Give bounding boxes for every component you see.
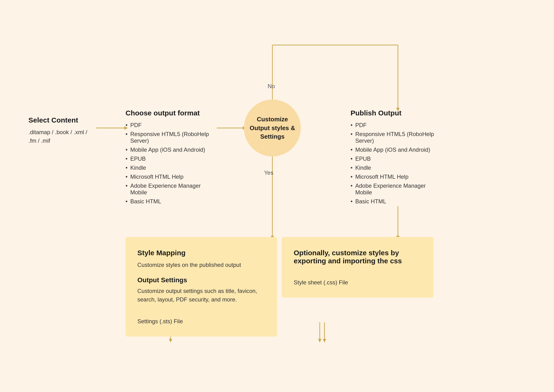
stylesheet-file-label: Style sheet (.css) File	[294, 279, 422, 286]
output-settings-text: Customize output settings such as title,…	[137, 287, 265, 304]
list-item: PDF	[351, 122, 441, 128]
list-item: EPUB	[351, 155, 441, 162]
list-item: Adobe Experience Manager Mobile	[125, 182, 215, 196]
settings-file-label: Settings (.sts) File	[137, 318, 265, 325]
output-settings-title: Output Settings	[137, 276, 265, 284]
publish-output-block: Publish Output PDF Responsive HTML5 (Rob…	[351, 109, 441, 207]
list-item: Microsoft HTML Help	[351, 174, 441, 180]
bottom-right-box: Optionally, customize styles by exportin…	[282, 237, 433, 298]
optionally-title: Optionally, customize styles by exportin…	[294, 249, 422, 265]
publish-output-title: Publish Output	[351, 109, 441, 117]
list-item: Kindle	[125, 164, 215, 171]
label-no: No	[268, 83, 275, 90]
customize-circle-text: Customize Output styles & Settings	[244, 112, 301, 143]
svg-marker-17	[323, 339, 326, 343]
style-mapping-text: Customize styles on the published output	[137, 261, 265, 269]
select-content-block: Select Content .ditamap / .book / .xml /…	[28, 116, 95, 145]
list-item: Responsive HTML5 (RoboHelp Server)	[125, 131, 215, 144]
list-item: Basic HTML	[125, 198, 215, 205]
diagram-container: Select Content .ditamap / .book / .xml /…	[0, 0, 554, 392]
select-content-subtitle: .ditamap / .book / .xml / .fm / .mif	[28, 128, 95, 145]
bottom-left-box: Style Mapping Customize styles on the pu…	[125, 237, 277, 336]
choose-format-block: Choose output format PDF Responsive HTML…	[125, 109, 215, 207]
choose-format-title: Choose output format	[125, 109, 215, 117]
style-mapping-title: Style Mapping	[137, 249, 265, 257]
list-item: Kindle	[351, 164, 441, 171]
svg-marker-15	[318, 339, 321, 343]
list-item: Basic HTML	[351, 198, 441, 205]
list-item: PDF	[125, 122, 215, 128]
list-item: Adobe Experience Manager Mobile	[351, 182, 441, 196]
publish-format-list: PDF Responsive HTML5 (RoboHelp Server) M…	[351, 122, 441, 205]
list-item: Responsive HTML5 (RoboHelp Server)	[351, 131, 441, 144]
select-content-title: Select Content	[28, 116, 95, 124]
svg-marker-13	[169, 339, 172, 343]
customize-circle: Customize Output styles & Settings	[244, 99, 301, 156]
list-item: Mobile App (iOS and Android)	[351, 147, 441, 153]
list-item: EPUB	[125, 155, 215, 162]
list-item: Mobile App (iOS and Android)	[125, 147, 215, 153]
list-item: Microsoft HTML Help	[125, 174, 215, 180]
format-list: PDF Responsive HTML5 (RoboHelp Server) M…	[125, 122, 215, 205]
label-yes: Yes	[264, 169, 273, 176]
